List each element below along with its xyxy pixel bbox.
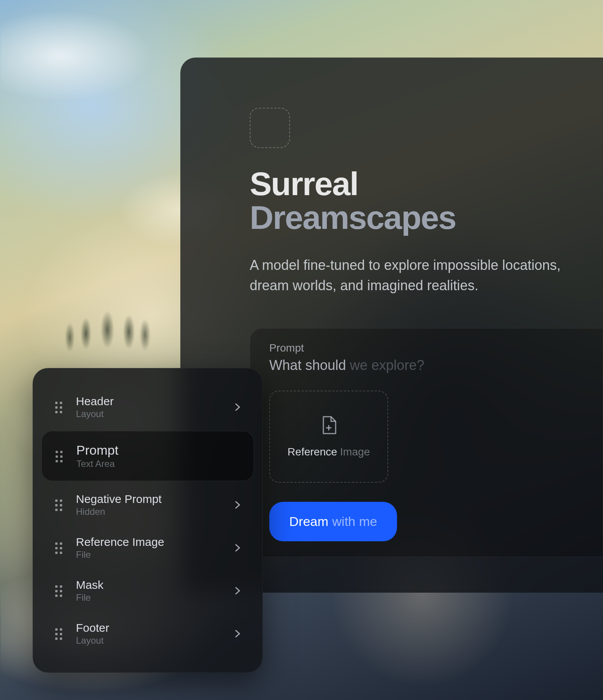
sidebar-item-title: Footer xyxy=(76,621,235,634)
app-icon-placeholder[interactable] xyxy=(250,108,290,148)
sidebar-item-mask[interactable]: Mask File xyxy=(44,569,251,612)
reference-image-label: Reference Image xyxy=(288,446,370,458)
drag-handle-icon[interactable] xyxy=(55,500,62,510)
sidebar-item-title: Prompt xyxy=(76,443,240,458)
chevron-right-icon xyxy=(235,500,240,509)
chevron-right-icon xyxy=(235,629,240,638)
file-add-icon xyxy=(320,415,337,435)
drag-handle-icon[interactable] xyxy=(55,585,62,596)
drag-handle-icon[interactable] xyxy=(55,542,62,553)
sidebar-item-subtitle: Layout xyxy=(76,635,235,646)
sidebar-item-footer[interactable]: Footer Layout xyxy=(44,612,251,655)
drag-handle-icon[interactable] xyxy=(56,451,63,462)
page-description: A model fine-tuned to explore impossible… xyxy=(250,255,584,295)
title-line-1: Surreal xyxy=(250,167,584,201)
page-title: Surreal Dreamscapes xyxy=(250,167,584,234)
drag-handle-icon[interactable] xyxy=(55,628,62,639)
chevron-right-icon xyxy=(235,543,240,552)
drag-handle-icon[interactable] xyxy=(55,402,62,412)
dream-button[interactable]: Dream with me xyxy=(269,502,397,541)
sidebar-item-subtitle: Layout xyxy=(76,409,235,419)
reference-image-dropzone[interactable]: Reference Image xyxy=(269,391,388,483)
title-line-2: Dreamscapes xyxy=(250,201,584,235)
sidebar-item-subtitle: Hidden xyxy=(76,506,235,517)
components-panel: Header Layout Prompt Text Area Negative … xyxy=(33,368,263,673)
sidebar-item-subtitle: File xyxy=(76,549,235,560)
chevron-right-icon xyxy=(235,586,240,595)
sidebar-item-title: Reference Image xyxy=(76,536,235,549)
sidebar-item-subtitle: Text Area xyxy=(76,458,240,469)
palm-trees-decoration xyxy=(54,288,161,364)
sidebar-item-title: Negative Prompt xyxy=(76,493,235,506)
sidebar-item-negative-prompt[interactable]: Negative Prompt Hidden xyxy=(44,483,251,526)
prompt-label: Prompt xyxy=(269,342,583,354)
prompt-section: Prompt What should we explore? Reference… xyxy=(250,328,603,557)
prompt-input[interactable]: What should we explore? xyxy=(269,357,583,373)
sidebar-item-title: Header xyxy=(76,395,235,408)
sidebar-item-header[interactable]: Header Layout xyxy=(44,386,251,429)
sidebar-item-prompt[interactable]: Prompt Text Area xyxy=(41,431,254,481)
sidebar-item-title: Mask xyxy=(76,578,235,592)
chevron-right-icon xyxy=(235,403,240,412)
sidebar-item-reference-image[interactable]: Reference Image File xyxy=(44,526,251,569)
sidebar-item-subtitle: File xyxy=(76,592,235,603)
